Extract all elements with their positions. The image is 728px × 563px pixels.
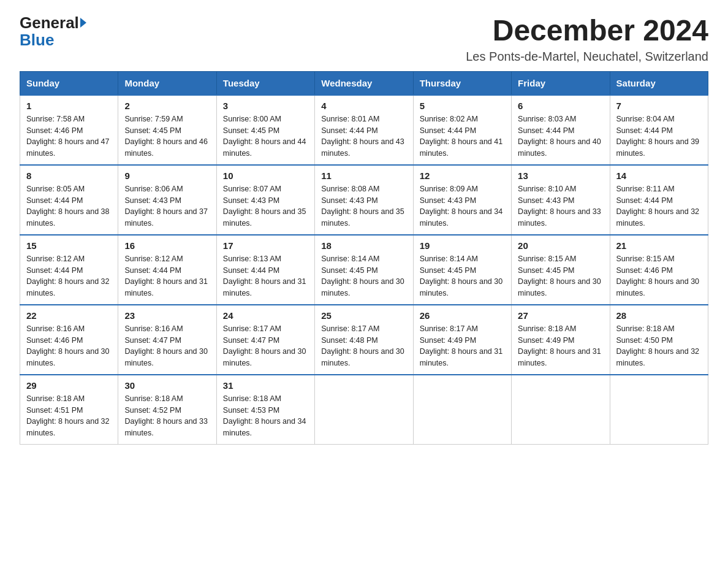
day-info: Sunrise: 8:14 AMSunset: 4:45 PMDaylight:… [321, 255, 404, 297]
day-info: Sunrise: 8:18 AMSunset: 4:50 PMDaylight:… [616, 324, 700, 367]
logo: General Blue [20, 15, 86, 48]
header-sunday: Sunday [20, 71, 118, 95]
day-info: Sunrise: 8:16 AMSunset: 4:46 PMDaylight:… [26, 324, 110, 367]
header-friday: Friday [512, 71, 610, 95]
day-number: 14 [616, 170, 702, 181]
calendar-cell: 31 Sunrise: 8:18 AMSunset: 4:53 PMDaylig… [216, 375, 314, 445]
day-number: 11 [321, 170, 406, 181]
logo-text: General [20, 15, 86, 31]
calendar-cell: 5 Sunrise: 8:02 AMSunset: 4:44 PMDayligh… [413, 95, 511, 165]
calendar-week-row: 29 Sunrise: 8:18 AMSunset: 4:51 PMDaylig… [20, 375, 708, 445]
day-info: Sunrise: 8:01 AMSunset: 4:44 PMDaylight:… [321, 115, 404, 158]
day-number: 25 [321, 310, 406, 321]
header-monday: Monday [118, 71, 216, 95]
day-info: Sunrise: 8:17 AMSunset: 4:48 PMDaylight:… [321, 324, 404, 367]
day-number: 26 [420, 310, 505, 321]
calendar-cell: 15 Sunrise: 8:12 AMSunset: 4:44 PMDaylig… [20, 235, 118, 305]
day-number: 22 [26, 310, 112, 321]
day-number: 30 [124, 380, 210, 391]
day-number: 5 [420, 101, 505, 111]
header-wednesday: Wednesday [315, 71, 413, 95]
day-info: Sunrise: 8:10 AMSunset: 4:43 PMDaylight:… [518, 185, 601, 228]
calendar-cell: 20 Sunrise: 8:15 AMSunset: 4:45 PMDaylig… [512, 235, 610, 305]
calendar-cell: 11 Sunrise: 8:08 AMSunset: 4:43 PMDaylig… [315, 165, 413, 235]
day-number: 1 [26, 101, 112, 111]
header-saturday: Saturday [610, 71, 708, 95]
day-number: 3 [223, 101, 308, 111]
day-info: Sunrise: 8:06 AMSunset: 4:43 PMDaylight:… [124, 185, 208, 228]
day-number: 21 [616, 240, 702, 251]
day-info: Sunrise: 8:17 AMSunset: 4:49 PMDaylight:… [420, 324, 503, 367]
day-info: Sunrise: 8:15 AMSunset: 4:45 PMDaylight:… [518, 255, 601, 297]
day-info: Sunrise: 8:07 AMSunset: 4:43 PMDaylight:… [223, 185, 306, 228]
calendar-cell: 23 Sunrise: 8:16 AMSunset: 4:47 PMDaylig… [118, 305, 216, 375]
day-number: 10 [223, 170, 308, 181]
calendar-cell: 14 Sunrise: 8:11 AMSunset: 4:44 PMDaylig… [610, 165, 708, 235]
calendar-cell: 19 Sunrise: 8:14 AMSunset: 4:45 PMDaylig… [413, 235, 511, 305]
calendar-cell: 27 Sunrise: 8:18 AMSunset: 4:49 PMDaylig… [512, 305, 610, 375]
calendar-cell: 26 Sunrise: 8:17 AMSunset: 4:49 PMDaylig… [413, 305, 511, 375]
header-thursday: Thursday [413, 71, 511, 95]
day-number: 9 [124, 170, 210, 181]
day-number: 13 [518, 170, 603, 181]
calendar-cell: 22 Sunrise: 8:16 AMSunset: 4:46 PMDaylig… [20, 305, 118, 375]
day-number: 4 [321, 101, 406, 111]
calendar-cell: 1 Sunrise: 7:58 AMSunset: 4:46 PMDayligh… [20, 95, 118, 165]
calendar-cell [512, 375, 610, 445]
calendar-cell: 21 Sunrise: 8:15 AMSunset: 4:46 PMDaylig… [610, 235, 708, 305]
calendar-cell: 7 Sunrise: 8:04 AMSunset: 4:44 PMDayligh… [610, 95, 708, 165]
day-number: 27 [518, 310, 603, 321]
calendar-cell: 3 Sunrise: 8:00 AMSunset: 4:45 PMDayligh… [216, 95, 314, 165]
day-info: Sunrise: 8:18 AMSunset: 4:51 PMDaylight:… [26, 394, 110, 437]
calendar-cell: 25 Sunrise: 8:17 AMSunset: 4:48 PMDaylig… [315, 305, 413, 375]
calendar-cell: 2 Sunrise: 7:59 AMSunset: 4:45 PMDayligh… [118, 95, 216, 165]
day-info: Sunrise: 8:15 AMSunset: 4:46 PMDaylight:… [616, 255, 700, 297]
day-info: Sunrise: 8:11 AMSunset: 4:44 PMDaylight:… [616, 185, 700, 228]
calendar-week-row: 8 Sunrise: 8:05 AMSunset: 4:44 PMDayligh… [20, 165, 708, 235]
header-tuesday: Tuesday [216, 71, 314, 95]
day-number: 8 [26, 170, 112, 181]
calendar-header-row: SundayMondayTuesdayWednesdayThursdayFrid… [20, 71, 708, 95]
day-info: Sunrise: 8:12 AMSunset: 4:44 PMDaylight:… [26, 255, 110, 297]
calendar-cell: 29 Sunrise: 8:18 AMSunset: 4:51 PMDaylig… [20, 375, 118, 445]
day-number: 31 [223, 380, 308, 391]
day-info: Sunrise: 8:12 AMSunset: 4:44 PMDaylight:… [124, 255, 208, 297]
calendar-cell: 6 Sunrise: 8:03 AMSunset: 4:44 PMDayligh… [512, 95, 610, 165]
calendar-cell: 18 Sunrise: 8:14 AMSunset: 4:45 PMDaylig… [315, 235, 413, 305]
day-info: Sunrise: 8:03 AMSunset: 4:44 PMDaylight:… [518, 115, 601, 158]
day-info: Sunrise: 7:58 AMSunset: 4:46 PMDaylight:… [26, 115, 110, 158]
day-info: Sunrise: 8:18 AMSunset: 4:52 PMDaylight:… [124, 394, 208, 437]
calendar-cell: 16 Sunrise: 8:12 AMSunset: 4:44 PMDaylig… [118, 235, 216, 305]
day-number: 2 [124, 101, 210, 111]
day-number: 16 [124, 240, 210, 251]
day-info: Sunrise: 8:02 AMSunset: 4:44 PMDaylight:… [420, 115, 503, 158]
day-number: 7 [616, 101, 702, 111]
day-info: Sunrise: 8:14 AMSunset: 4:45 PMDaylight:… [420, 255, 503, 297]
day-info: Sunrise: 8:17 AMSunset: 4:47 PMDaylight:… [223, 324, 306, 367]
day-number: 6 [518, 101, 603, 111]
day-info: Sunrise: 8:04 AMSunset: 4:44 PMDaylight:… [616, 115, 700, 158]
day-number: 18 [321, 240, 406, 251]
day-info: Sunrise: 8:08 AMSunset: 4:43 PMDaylight:… [321, 185, 404, 228]
title-block: December 2024 Les Ponts-de-Martel, Neuch… [466, 15, 708, 64]
calendar-cell: 12 Sunrise: 8:09 AMSunset: 4:43 PMDaylig… [413, 165, 511, 235]
calendar-week-row: 22 Sunrise: 8:16 AMSunset: 4:46 PMDaylig… [20, 305, 708, 375]
day-info: Sunrise: 8:00 AMSunset: 4:45 PMDaylight:… [223, 115, 306, 158]
logo-blue: Blue [20, 32, 54, 48]
page-subtitle: Les Ponts-de-Martel, Neuchatel, Switzerl… [466, 50, 708, 64]
day-info: Sunrise: 8:16 AMSunset: 4:47 PMDaylight:… [124, 324, 208, 367]
calendar-cell: 28 Sunrise: 8:18 AMSunset: 4:50 PMDaylig… [610, 305, 708, 375]
day-info: Sunrise: 8:18 AMSunset: 4:53 PMDaylight:… [223, 394, 306, 437]
day-info: Sunrise: 8:13 AMSunset: 4:44 PMDaylight:… [223, 255, 306, 297]
day-info: Sunrise: 8:09 AMSunset: 4:43 PMDaylight:… [420, 185, 503, 228]
day-info: Sunrise: 7:59 AMSunset: 4:45 PMDaylight:… [124, 115, 208, 158]
calendar-cell: 30 Sunrise: 8:18 AMSunset: 4:52 PMDaylig… [118, 375, 216, 445]
day-number: 29 [26, 380, 112, 391]
calendar-cell: 24 Sunrise: 8:17 AMSunset: 4:47 PMDaylig… [216, 305, 314, 375]
calendar-cell [413, 375, 511, 445]
page-header: General Blue December 2024 Les Ponts-de-… [20, 15, 708, 64]
calendar-table: SundayMondayTuesdayWednesdayThursdayFrid… [20, 71, 708, 445]
calendar-cell: 13 Sunrise: 8:10 AMSunset: 4:43 PMDaylig… [512, 165, 610, 235]
calendar-cell: 17 Sunrise: 8:13 AMSunset: 4:44 PMDaylig… [216, 235, 314, 305]
calendar-cell: 8 Sunrise: 8:05 AMSunset: 4:44 PMDayligh… [20, 165, 118, 235]
